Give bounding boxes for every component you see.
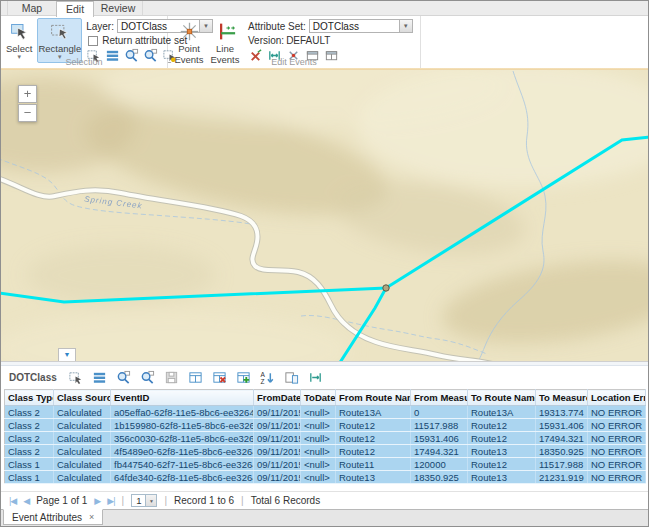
table-cell[interactable]: 15931.406 — [536, 419, 588, 432]
column-header[interactable]: To Measure — [536, 390, 588, 406]
table-cell[interactable]: <null> — [301, 419, 336, 432]
table-cell[interactable]: 09/11/2015 — [254, 471, 301, 484]
table-cell[interactable]: 1b159980-62f8-11e5-8bc6-ee32641d5ec9 — [111, 419, 254, 432]
next-page-button[interactable]: ▶ — [94, 496, 100, 506]
table-cell[interactable]: <null> — [301, 406, 336, 419]
delete-record-icon[interactable] — [212, 370, 227, 385]
select-records-icon[interactable] — [68, 370, 83, 385]
table-cell[interactable]: Class 2 — [5, 445, 54, 458]
table-cell[interactable]: 4f5489e0-62f8-11e5-8bc6-ee32641d5ec9 — [111, 445, 254, 458]
table-cell[interactable]: Calculated — [54, 471, 111, 484]
table-cell[interactable]: NO ERROR — [588, 445, 646, 458]
table-cell[interactable]: 120000 — [411, 458, 468, 471]
table-cell[interactable]: Route13 — [336, 471, 411, 484]
table-cell[interactable]: 09/11/2015 — [254, 406, 301, 419]
table-cell[interactable]: Class 2 — [5, 406, 54, 419]
sort-icon[interactable]: AZ — [260, 370, 275, 385]
attribute-set-dropdown[interactable]: DOTClass ▼ — [309, 19, 413, 33]
table-cell[interactable]: 17494.321 — [411, 445, 468, 458]
table-cell[interactable]: Route11 — [336, 458, 411, 471]
table-cell[interactable]: Calculated — [54, 445, 111, 458]
return-attribute-set-checkbox[interactable] — [88, 36, 98, 46]
table-cell[interactable]: Route12 — [468, 458, 536, 471]
table-cell[interactable]: Calculated — [54, 458, 111, 471]
column-header[interactable]: ToDate — [301, 390, 336, 406]
chevron-down-icon[interactable]: ▼ — [399, 20, 412, 32]
table-cell[interactable]: Class 1 — [5, 458, 54, 471]
tab-edit[interactable]: Edit — [56, 1, 94, 17]
tab-review[interactable]: Review — [93, 1, 143, 15]
table-cell[interactable]: Route12 — [336, 432, 411, 445]
panel-collapse-arrow[interactable]: ▼ — [58, 348, 76, 361]
table-cell[interactable]: 09/11/2015 — [254, 445, 301, 458]
column-header[interactable]: FromDate — [254, 390, 301, 406]
table-cell[interactable]: 17494.321 — [536, 432, 588, 445]
table-cell[interactable]: NO ERROR — [588, 406, 646, 419]
table-cell[interactable]: 09/11/2015 — [254, 458, 301, 471]
save-icon[interactable] — [164, 370, 179, 385]
table-cell[interactable]: Route13 — [468, 445, 536, 458]
table-row[interactable]: Class 1Calculatedfb447540-62f7-11e5-8bc6… — [5, 458, 646, 471]
previous-page-button[interactable]: ◀ — [23, 496, 29, 506]
table-cell[interactable]: a05effa0-62f8-11e5-8bc6-ee32641d5ec9 — [111, 406, 254, 419]
table-cell[interactable]: NO ERROR — [588, 471, 646, 484]
table-cell[interactable]: 18350.925 — [411, 471, 468, 484]
table-cell[interactable]: Route12 — [468, 419, 536, 432]
pan-to-record-icon[interactable] — [140, 370, 155, 385]
table-cell[interactable]: 11517.988 — [536, 458, 588, 471]
table-cell[interactable]: Route12 — [336, 419, 411, 432]
table-cell[interactable]: Calculated — [54, 406, 111, 419]
zoom-out-button[interactable]: − — [18, 104, 37, 122]
zoom-in-button[interactable]: + — [18, 85, 37, 103]
column-header[interactable]: From Measure — [411, 390, 468, 406]
column-header[interactable]: From Route Name — [336, 390, 411, 406]
column-header[interactable]: Location Error — [588, 390, 646, 406]
map-canvas[interactable]: Spring Creek + − ▼ — [1, 70, 648, 361]
table-cell[interactable]: 0 — [411, 406, 468, 419]
zoom-to-record-icon[interactable] — [116, 370, 131, 385]
table-cell[interactable]: <null> — [301, 458, 336, 471]
form-view-icon[interactable] — [284, 370, 299, 385]
table-row[interactable]: Class 2Calculated1b159980-62f8-11e5-8bc6… — [5, 419, 646, 432]
table-cell[interactable]: NO ERROR — [588, 458, 646, 471]
extent-icon[interactable] — [308, 370, 323, 385]
table-cell[interactable]: fb447540-62f7-11e5-8bc6-ee32641d5ec9 — [111, 458, 254, 471]
attribute-table-icon[interactable] — [92, 370, 107, 385]
table-cell[interactable]: 21231.919 — [536, 471, 588, 484]
table-row[interactable]: Class 1Calculated64fde340-62f8-11e5-8bc6… — [5, 471, 646, 484]
table-cell[interactable]: Route13A — [336, 406, 411, 419]
column-header[interactable]: Class Type — [5, 390, 54, 406]
show-table-icon[interactable] — [188, 370, 203, 385]
column-header[interactable]: EventID — [111, 390, 254, 406]
chevron-down-icon[interactable]: ▼ — [145, 495, 156, 506]
first-page-button[interactable]: |◀ — [9, 496, 16, 506]
table-cell[interactable]: Calculated — [54, 432, 111, 445]
table-cell[interactable]: <null> — [301, 445, 336, 458]
table-cell[interactable]: Route12 — [468, 432, 536, 445]
table-row[interactable]: Class 2Calculateda05effa0-62f8-11e5-8bc6… — [5, 406, 646, 419]
table-row[interactable]: Class 2Calculated356c0030-62f8-11e5-8bc6… — [5, 432, 646, 445]
table-cell[interactable]: 09/11/2015 — [254, 432, 301, 445]
table-cell[interactable]: Class 2 — [5, 432, 54, 445]
tab-event-attributes[interactable]: Event Attributes × — [3, 509, 103, 525]
add-record-icon[interactable] — [236, 370, 251, 385]
tab-map[interactable]: Map — [7, 1, 57, 15]
close-icon[interactable]: × — [89, 512, 94, 522]
table-cell[interactable]: Route13A — [468, 406, 536, 419]
table-cell[interactable]: NO ERROR — [588, 432, 646, 445]
table-cell[interactable]: 11517.988 — [411, 419, 468, 432]
table-cell[interactable]: 15931.406 — [411, 432, 468, 445]
table-cell[interactable]: Route13 — [468, 471, 536, 484]
table-cell[interactable]: Calculated — [54, 419, 111, 432]
table-cell[interactable]: <null> — [301, 432, 336, 445]
column-header[interactable]: To Route Name — [468, 390, 536, 406]
table-cell[interactable]: 356c0030-62f8-11e5-8bc6-ee32641d5ec9 — [111, 432, 254, 445]
table-cell[interactable]: Route12 — [336, 445, 411, 458]
table-cell[interactable]: <null> — [301, 471, 336, 484]
page-number-dropdown[interactable]: 1 ▼ — [131, 494, 157, 507]
table-cell[interactable]: NO ERROR — [588, 419, 646, 432]
table-row[interactable]: Class 2Calculated4f5489e0-62f8-11e5-8bc6… — [5, 445, 646, 458]
table-cell[interactable]: 09/11/2015 — [254, 419, 301, 432]
table-cell[interactable]: Class 1 — [5, 471, 54, 484]
table-cell[interactable]: 19313.774 — [536, 406, 588, 419]
